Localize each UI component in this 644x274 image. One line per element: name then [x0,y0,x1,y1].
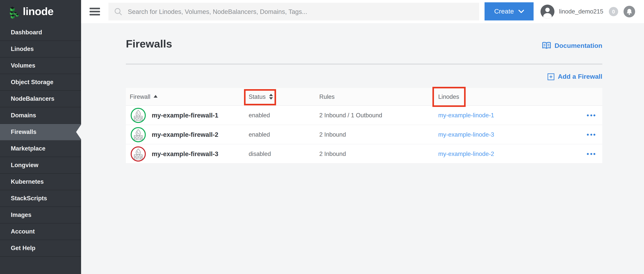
active-item-notch [76,125,81,139]
sidebar-item-kubernetes[interactable]: Kubernetes [0,174,81,190]
sidebar-nav: Dashboard Linodes Volumes Object Storage… [0,24,81,257]
sidebar-item-linodes[interactable]: Linodes [0,41,81,58]
table-header-row: Firewall Status Rules Linodes [126,88,602,106]
avatar-icon [540,5,554,18]
add-firewall-button[interactable]: Add a Firewall [548,73,602,81]
ellipsis-icon [587,153,589,155]
firewall-name-link[interactable]: my-example-firewall-3 [152,150,218,158]
firewall-name-link[interactable]: my-example-firewall-1 [152,112,218,119]
row-actions-button[interactable] [587,151,595,156]
column-header-rules: Rules [319,93,334,100]
add-firewall-label: Add a Firewall [558,73,602,81]
search-box [108,3,479,20]
sidebar-item-label: Linodes [11,46,34,52]
sort-ascending-icon [154,95,158,98]
sidebar-item-account[interactable]: Account [0,224,81,240]
sidebar-item-label: Volumes [11,62,35,69]
sidebar-item-label: Dashboard [11,29,42,36]
column-header-firewall[interactable]: Firewall [130,93,158,100]
sidebar-item-label: Kubernetes [11,178,44,185]
firewall-rules: 2 Inbound / 1 Outbound [319,112,382,119]
documentation-link[interactable]: Documentation [542,42,602,50]
sidebar-item-firewalls[interactable]: Firewalls [0,124,81,140]
sidebar-item-images[interactable]: Images [0,207,81,224]
sidebar-item-label: Marketplace [11,145,45,152]
sidebar-item-label: Longview [11,162,38,169]
sidebar-item-label: Get Help [11,245,35,252]
linode-link[interactable]: my-example-linode-3 [438,131,494,138]
sidebar-item-label: Firewalls [11,128,36,136]
firewall-status: enabled [249,112,270,119]
firewall-rules: 2 Inbound [319,131,346,138]
linode-link[interactable]: my-example-linode-1 [438,112,494,119]
column-header-linodes: Linodes [438,93,459,100]
column-header-label: Status [249,93,266,100]
title-divider [126,64,602,64]
firewall-rules: 2 Inbound [319,150,346,157]
row-actions-button[interactable] [587,113,595,118]
create-button-label: Create [494,8,514,15]
sidebar-item-domains[interactable]: Domains [0,107,81,124]
sidebar-item-label: NodeBalancers [11,95,54,102]
sidebar-item-get-help[interactable]: Get Help [0,240,81,257]
firewalls-table: Firewall Status Rules Linodes [126,88,602,164]
sidebar-item-marketplace[interactable]: Marketplace [0,140,81,157]
username[interactable]: linode_demo215 [559,0,603,23]
menu-icon[interactable] [90,8,100,16]
firewall-enabled-icon [130,127,146,142]
notification-count-badge: 0 [609,7,618,16]
firewall-name-link[interactable]: my-example-firewall-2 [152,131,218,138]
firewall-enabled-icon [130,108,146,123]
search-input[interactable] [127,8,474,16]
documentation-link-label: Documentation [554,42,602,50]
column-header-label: Firewall [130,93,150,100]
sidebar-item-label: Images [11,212,32,218]
sidebar-item-object-storage[interactable]: Object Storage [0,74,81,91]
column-header-label: Rules [319,93,334,100]
sidebar: linode Dashboard Linodes Volumes Object … [0,0,81,274]
row-actions-button[interactable] [587,132,595,137]
notification-bell-icon [627,8,632,15]
brand-name: linode [23,6,54,18]
column-header-status[interactable]: Status [249,93,273,100]
avatar[interactable] [540,5,554,18]
linode-link[interactable]: my-example-linode-2 [438,150,494,157]
book-icon [542,42,552,50]
sidebar-item-nodebalancers[interactable]: NodeBalancers [0,91,81,107]
firewall-status: enabled [249,131,270,138]
linode-logo-icon [8,5,19,19]
sidebar-item-dashboard[interactable]: Dashboard [0,24,81,41]
table-row: my-example-firewall-2 enabled 2 Inbound … [126,125,602,144]
main-content: Firewalls Documentation Add a Firewall [81,23,644,274]
column-header-label: Linodes [438,93,459,100]
firewall-disabled-icon [130,146,146,162]
sidebar-item-label: Account [11,228,35,235]
search-icon [114,7,122,16]
ellipsis-icon [587,134,589,136]
linode-logo[interactable]: linode [0,0,81,24]
create-button[interactable]: Create [484,2,534,20]
sidebar-item-label: Object Storage [11,79,54,86]
plus-square-icon [548,73,554,80]
table-row: my-example-firewall-1 enabled 2 Inbound … [126,106,602,125]
sort-icon [269,94,273,100]
linode-cloud-manager: linode Dashboard Linodes Volumes Object … [0,0,644,274]
firewall-status: disabled [249,150,271,157]
sidebar-item-volumes[interactable]: Volumes [0,58,81,74]
sidebar-item-stackscripts[interactable]: StackScripts [0,190,81,207]
topbar: Create linode_demo215 0 [81,0,644,23]
sidebar-item-label: Domains [11,112,36,119]
sidebar-item-label: StackScripts [11,195,47,202]
chevron-down-icon [518,10,524,13]
ellipsis-icon [587,114,589,116]
notifications-button[interactable] [624,6,635,17]
page-title: Firewalls [126,38,172,50]
table-row: my-example-firewall-3 disabled 2 Inbound… [126,144,602,164]
sidebar-item-longview[interactable]: Longview [0,157,81,174]
